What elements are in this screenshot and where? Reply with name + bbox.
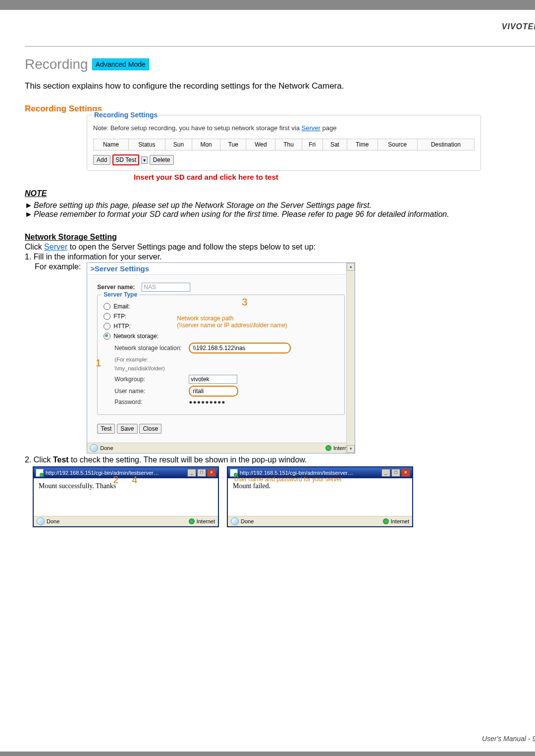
delete-button[interactable]: Delete (150, 155, 174, 165)
server-name-input[interactable] (142, 283, 190, 292)
col-status: Status (128, 139, 165, 151)
radio-http[interactable] (104, 323, 110, 330)
username-input[interactable] (191, 387, 236, 395)
panel-note: Note: Before setup recording, you have t… (93, 124, 475, 132)
scroll-down-icon[interactable]: ▾ (347, 445, 355, 453)
minimize-icon[interactable]: _ (187, 469, 196, 477)
note-bullet-1: Before setting up this page, please set … (34, 201, 372, 209)
maximize-icon[interactable]: □ (391, 469, 400, 477)
close-button[interactable]: Close (139, 424, 161, 434)
callout-2: 2 (113, 474, 118, 486)
page-icon (231, 517, 239, 525)
globe-icon (383, 518, 389, 524)
callout-1: 1 (96, 357, 101, 369)
radio-ns-label: Network storage: (113, 333, 159, 340)
step-1: 1. Fill in the information for your serv… (25, 252, 535, 261)
page-icon (90, 444, 98, 452)
brand-label: VIVOTEK (502, 22, 535, 31)
radio-ftp[interactable] (104, 313, 110, 320)
maximize-icon[interactable]: □ (197, 469, 206, 477)
popup-url: http://192.168.5.151/cgi-bin/admin/tests… (46, 470, 159, 476)
arrow-icon: ► (25, 201, 34, 210)
ns-location-label: Network storage location: (114, 345, 189, 352)
popup-body: Mount failed. (228, 478, 412, 516)
popup-status-bar: Done Internet (228, 516, 412, 526)
col-mon: Mon (192, 139, 220, 151)
note-body: ►Before setting up this page, please set… (25, 201, 535, 219)
add-button[interactable]: Add (93, 155, 110, 165)
step-2: 2. Click Test to check the setting. The … (25, 455, 535, 464)
note-post: page (321, 124, 337, 132)
radio-email[interactable] (104, 303, 110, 310)
ns-path-title: Network storage path (177, 315, 233, 322)
test-button[interactable]: Test (97, 424, 115, 434)
step-2-post: to check the setting. The result will be… (69, 455, 307, 464)
popup-zone: Internet (391, 518, 409, 524)
workgroup-input[interactable] (189, 375, 237, 384)
radio-email-label: Email: (113, 303, 130, 310)
server-link[interactable]: Server (302, 124, 321, 132)
header-divider (25, 46, 535, 47)
callout-4: 4 (132, 474, 137, 486)
ns-intro-post: to open the Server Settings page and fol… (67, 243, 316, 251)
radio-ftp-label: FTP: (113, 313, 126, 320)
manual-page: VIVOTEK Recording Advanced Mode This sec… (0, 10, 535, 752)
example-label: For example: (35, 262, 81, 271)
step-2-pre: 2. Click (25, 455, 53, 464)
intro-text: This section explains how to configure t… (25, 81, 535, 91)
popup-body: Mount successfully. Thanks (34, 478, 218, 516)
panel-title: Recording Settings (92, 111, 160, 119)
popup-done: Done (241, 518, 254, 524)
col-tue: Tue (220, 139, 246, 151)
globe-icon (189, 518, 195, 524)
server-settings-panel: >Server Settings ▴ ▾ 3 Server name: Serv… (87, 262, 355, 454)
ns-example-note: (For example: (114, 355, 148, 364)
server-panel-header: >Server Settings (87, 263, 355, 275)
sd-dropdown-button[interactable]: ▾ (141, 156, 148, 164)
popup-status-bar: Done Internet (34, 516, 218, 526)
page-title: Recording (25, 56, 88, 72)
ns-location-input[interactable] (191, 344, 288, 352)
col-destination: Destination (417, 139, 474, 151)
callout-userpw: User name and password for your server (234, 476, 342, 483)
status-bar: Done Internet (87, 443, 355, 453)
popup-zone: Internet (197, 518, 215, 524)
close-icon[interactable]: × (401, 469, 410, 477)
col-fri: Fri (302, 139, 323, 151)
radio-http-label: HTTP: (113, 323, 131, 330)
network-storage-heading: Network Storage Setting (25, 233, 535, 242)
server-name-label: Server name: (97, 284, 142, 291)
col-wed: Wed (246, 139, 275, 151)
popup-done: Done (47, 518, 59, 524)
sd-insert-callout: Insert your SD card and click here to te… (134, 173, 535, 181)
close-icon[interactable]: × (207, 469, 216, 477)
sd-test-button[interactable]: SD Test (112, 154, 139, 165)
step-2-bold: Test (53, 455, 69, 464)
globe-icon (325, 445, 331, 451)
col-time: Time (347, 139, 377, 151)
recording-table: Name Status Sun Mon Tue Wed Thu Fri Sat … (93, 139, 475, 151)
status-done: Done (100, 445, 113, 451)
workgroup-label: Workgroup: (114, 376, 189, 383)
note-heading: NOTE (25, 189, 535, 198)
save-button[interactable]: Save (117, 424, 137, 434)
app-icon (230, 469, 238, 477)
server-type-fieldset: Server Type Email: FTP: HTTP: Network st… (97, 295, 345, 415)
scroll-up-icon[interactable]: ▴ (347, 263, 355, 271)
ns-intro-pre: Click (25, 243, 44, 251)
ns-path-hint: (\\server name or IP address\folder name… (177, 322, 287, 329)
col-name: Name (94, 139, 129, 151)
ns-example-path: \\my_nas\disk\folder) (114, 364, 164, 373)
server-link-2[interactable]: Server (44, 243, 67, 251)
col-thu: Thu (275, 139, 302, 151)
password-value[interactable]: ●●●●●●●●● (189, 399, 225, 405)
note-pre: Note: Before setup recording, you have t… (93, 124, 302, 132)
password-label: Password: (114, 399, 189, 405)
page-icon (37, 517, 45, 525)
popup-success: http://192.168.5.151/cgi-bin/admin/tests… (33, 466, 219, 527)
app-icon (36, 469, 44, 477)
radio-network-storage[interactable] (104, 333, 110, 340)
username-label: User name: (114, 388, 189, 395)
col-source: Source (377, 139, 417, 151)
minimize-icon[interactable]: _ (381, 469, 390, 477)
